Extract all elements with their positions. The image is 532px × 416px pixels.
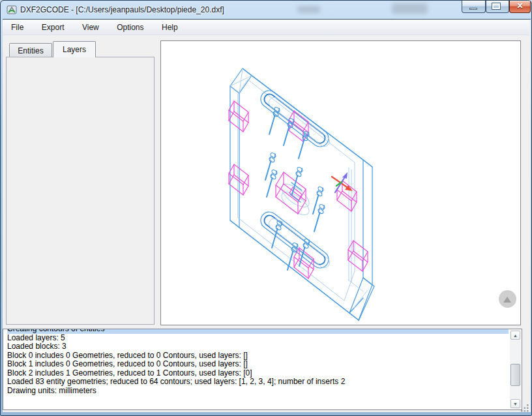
layers-pane: [6, 57, 155, 325]
viewport-3d[interactable]: [160, 40, 521, 325]
close-button[interactable]: ✕: [509, 1, 531, 13]
menu-options[interactable]: Options: [110, 20, 150, 35]
log-vertical-scrollbar[interactable]: ▲ ▼: [510, 330, 521, 409]
maximize-button[interactable]: [486, 1, 509, 13]
log-line: Block 0 includes 0 Geometries, reduced t…: [7, 351, 509, 361]
scroll-down-icon: ▼: [511, 400, 520, 409]
wireframe-drawing: [161, 41, 520, 325]
menu-view[interactable]: View: [76, 20, 106, 35]
title-bar[interactable]: DXF2GCODE - [C:/Users/jeanpauls/Desktop/…: [1, 1, 531, 19]
log-line: Loaded layers: 5: [7, 334, 509, 343]
log-line: Loaded 83 entity geometries; reduced to …: [7, 378, 509, 387]
window-title: DXF2GCODE - [C:/Users/jeanpauls/Desktop/…: [20, 5, 224, 14]
menu-file[interactable]: File: [5, 20, 30, 35]
tab-layers[interactable]: Layers: [53, 41, 96, 57]
tab-entities[interactable]: Entities: [9, 43, 52, 57]
menu-bar: File Export View Options Help: [3, 20, 529, 35]
glass-smudge: [392, 3, 428, 14]
menu-help[interactable]: Help: [155, 20, 185, 35]
log-line: Drawing units: millimeters: [7, 387, 509, 396]
resize-grip[interactable]: [520, 404, 529, 412]
app-icon: [7, 5, 17, 15]
orbit-control-button[interactable]: [499, 290, 516, 308]
scroll-up-icon: ▲: [511, 331, 520, 340]
log-text: Creating contours of entities Loaded lay…: [7, 329, 509, 395]
log-line: Block 2 includes 1 Geometries, reduced t…: [7, 369, 509, 378]
log-line: Creating contours of entities: [7, 329, 509, 334]
log-line: Block 1 includes 0 Geometries, reduced t…: [7, 360, 509, 369]
client-area: File Export View Options Help Entities L…: [3, 19, 531, 412]
menu-export[interactable]: Export: [35, 20, 71, 35]
minimize-button[interactable]: [462, 1, 486, 13]
maximize-icon: [492, 3, 500, 9]
scroll-up-button[interactable]: ▲: [510, 331, 520, 340]
glass-smudge: [297, 6, 320, 13]
scrollbar-thumb[interactable]: [510, 364, 520, 386]
scroll-down-button[interactable]: ▼: [510, 399, 520, 408]
minimize-icon: [469, 8, 477, 10]
triangle-up-icon: [503, 297, 511, 303]
app-window: DXF2GCODE - [C:/Users/jeanpauls/Desktop/…: [0, 0, 532, 416]
log-line: Loaded blocks: 3: [7, 342, 509, 351]
message-log[interactable]: Creating contours of entities Loaded lay…: [3, 329, 522, 410]
close-icon: ✕: [510, 1, 530, 10]
